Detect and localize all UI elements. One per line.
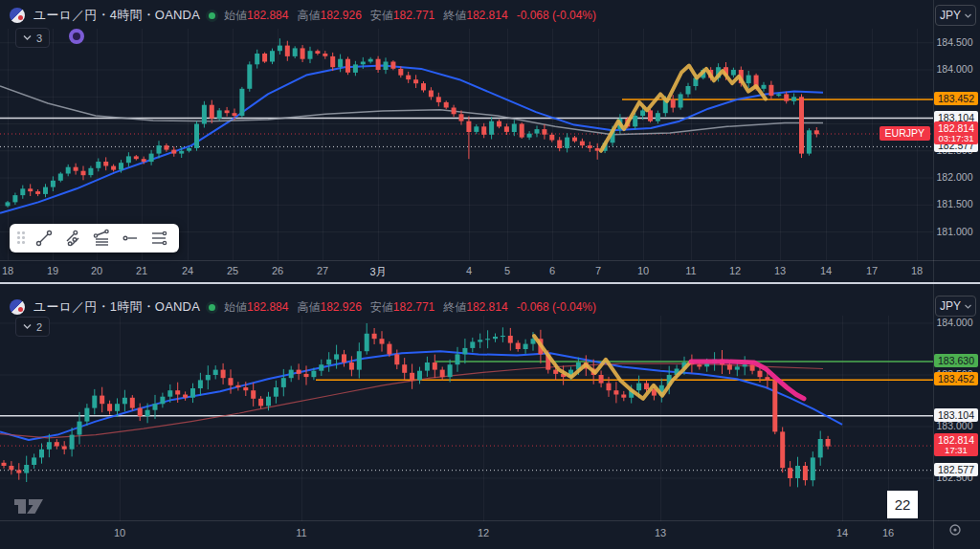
time-axis-label: 13 [774, 265, 786, 276]
change-value-4h: -0.068 (-0.04%) [517, 9, 596, 22]
zigzag-yellow-1h[interactable] [534, 336, 691, 399]
time-axis-label: 14 [820, 265, 832, 276]
chevron-down-icon [965, 304, 971, 309]
time-axis-label: 11 [296, 527, 306, 538]
ma-gray-4h [0, 86, 823, 135]
time-axis-label: 10 [637, 265, 649, 276]
time-axis-label: 24 [182, 265, 193, 276]
price-axis-label: 184.000 [933, 317, 976, 328]
time-axis-label: 17 [866, 265, 878, 276]
zigzag-yellow-4h[interactable] [601, 66, 766, 151]
chevron-down-icon [23, 34, 32, 41]
price-chip-182.814: 182.81417:31 [934, 433, 978, 456]
symbol-icon-eurjpy [10, 8, 25, 23]
symbol-header-4h: ユーロ／円・4時間・OANDA 始値182.884 高値182.926 安値18… [10, 7, 596, 24]
candles-1h [2, 323, 831, 487]
price-countdown: 17:31 [934, 446, 978, 455]
time-axis-label: 6 [549, 265, 555, 276]
time-axis-label: 26 [272, 265, 283, 276]
trend-line-icon [34, 229, 54, 248]
indicators-collapse-button-1h[interactable]: 2 [15, 317, 50, 337]
symbol-icon-eurjpy [10, 299, 25, 315]
ohlc-close-1h: 終値182.814 [443, 299, 507, 316]
time-axis-label: 14 [836, 527, 848, 538]
trading-chart-window: ユーロ／円・4時間・OANDA 始値182.884 高値182.926 安値18… [0, 0, 980, 549]
ohlc-close-4h: 終値182.814 [443, 8, 507, 24]
time-axis-label: 18 [2, 265, 13, 276]
time-axis-label: 5 [504, 265, 510, 276]
price-chip-183.630: 183.630 [934, 354, 978, 367]
time-axis-label: 4 [466, 265, 472, 276]
ohlc-high-4h: 高値182.926 [297, 8, 361, 24]
pane-divider[interactable] [0, 282, 980, 284]
time-axis-label: 18 [911, 265, 923, 276]
time-axis-label: 3月 [369, 265, 386, 279]
jp-flag-dot [18, 307, 23, 312]
indicator-loading-icon[interactable] [69, 29, 84, 44]
currency-label: JPY [940, 299, 961, 313]
indicator-count: 2 [36, 321, 42, 333]
horizontal-rays-icon [149, 229, 168, 248]
time-axis-label: 16 [882, 527, 894, 538]
price-axis-label: 183.000 [933, 420, 976, 431]
time-axis-label: 19 [47, 265, 58, 276]
currency-unit-button-1h[interactable]: JPY [935, 296, 976, 317]
price-line-source-tag: EURJPY [880, 126, 930, 141]
tool-horizontal-rays[interactable] [145, 226, 173, 251]
tradingview-logo[interactable] [11, 494, 50, 520]
time-axis-1h[interactable]: 101112131416 [0, 527, 933, 540]
toolbar-drag-handle[interactable] [17, 231, 26, 245]
fib-retracement-icon [92, 229, 111, 248]
ma-blue-4h [0, 66, 823, 213]
jp-flag-dot [18, 15, 23, 20]
price-chip-182.577: 182.577 [934, 463, 978, 476]
time-axis-label: 13 [655, 527, 666, 538]
candles-4h [6, 38, 819, 208]
currency-label: JPY [940, 9, 961, 22]
tool-horizontal-line[interactable] [116, 226, 145, 251]
time-axis-4h[interactable]: 18192021242526273月456710111213141718 [0, 265, 933, 278]
ohlc-low-1h: 安値182.771 [370, 299, 434, 316]
parallel-lines-icon [63, 229, 82, 248]
time-axis-label: 20 [91, 265, 102, 276]
ohlc-open-4h: 始値182.884 [224, 8, 288, 24]
time-axis-border-1h [0, 520, 980, 521]
chevron-down-icon [23, 323, 32, 330]
time-axis-label: 21 [136, 265, 147, 276]
market-open-dot [209, 304, 215, 311]
symbol-title-1h[interactable]: ユーロ／円・1時間・OANDA [33, 298, 200, 316]
time-axis-border-4h [0, 260, 980, 261]
ohlc-high-1h: 高値182.926 [297, 299, 361, 316]
countdown-annotation[interactable]: 22 [887, 491, 918, 518]
tradingview-logo-icon [11, 494, 50, 516]
tool-fib-retracement[interactable] [87, 226, 116, 251]
time-axis-label: 12 [729, 265, 741, 276]
symbol-header-1h: ユーロ／円・1時間・OANDA 始値182.884 高値182.926 安値18… [10, 298, 596, 316]
tool-trend-line[interactable] [30, 226, 58, 251]
time-axis-label: 25 [227, 265, 238, 276]
time-axis-label: 10 [114, 527, 125, 538]
chevron-down-icon [965, 13, 971, 18]
symbol-title-4h[interactable]: ユーロ／円・4時間・OANDA [33, 7, 200, 24]
ohlc-low-4h: 安値182.771 [370, 8, 434, 24]
time-axis-label: 27 [317, 265, 328, 276]
indicator-count: 3 [36, 33, 42, 44]
price-chip-183.452: 183.452 [934, 372, 978, 385]
indicators-collapse-button-4h[interactable]: 3 [15, 28, 50, 48]
ohlc-open-1h: 始値182.884 [224, 299, 288, 316]
tool-parallel-trend-lines[interactable] [58, 226, 87, 251]
currency-unit-button-4h[interactable]: JPY [935, 5, 976, 26]
pane-1h[interactable] [0, 316, 933, 521]
time-axis-label: 7 [595, 265, 601, 276]
price-axis-1h[interactable]: 184.000183.500183.000182.500183.630183.4… [933, 0, 980, 549]
market-open-dot [209, 12, 215, 19]
scroll-to-realtime-icon[interactable] [948, 523, 962, 540]
time-axis-label: 12 [478, 527, 489, 538]
target-circle-icon [948, 523, 962, 537]
time-axis-label: 11 [685, 265, 696, 276]
change-value-1h: -0.068 (-0.04%) [517, 300, 596, 314]
drawing-toolbar [10, 224, 179, 253]
horizontal-line-icon [121, 229, 140, 248]
price-chip-183.104: 183.104 [934, 408, 978, 422]
